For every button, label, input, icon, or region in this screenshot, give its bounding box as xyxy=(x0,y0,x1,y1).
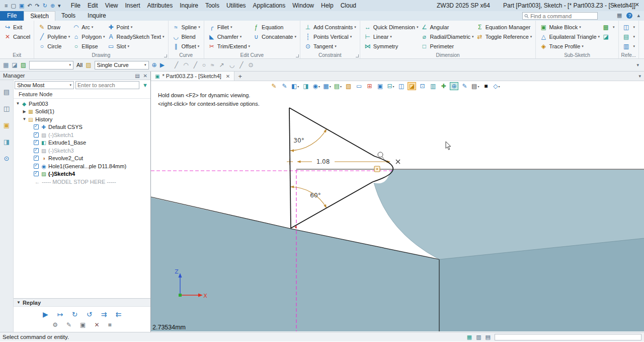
menu-item[interactable]: Applications xyxy=(250,2,289,9)
minimize-button[interactable]: – xyxy=(609,2,620,8)
display-icon[interactable]: ▥ xyxy=(476,334,481,340)
ribbon-button[interactable]: ▥ ▾ xyxy=(621,41,636,51)
redo-icon[interactable]: ↷ xyxy=(35,3,39,9)
tool-button[interactable]: ⚙ xyxy=(52,321,58,328)
views-icon[interactable]: ◫ xyxy=(397,82,406,90)
expander-icon[interactable]: ▼ xyxy=(15,101,21,106)
toolbar-collapse-icon[interactable]: ▾ xyxy=(636,62,641,67)
tree-row[interactable]: ▼ ▤ History xyxy=(14,115,150,123)
fast-forward-button[interactable]: ⇉ xyxy=(99,310,109,319)
ribbon-button[interactable]: ∪ Concatenate ▾ xyxy=(251,32,297,41)
tree-row[interactable]: ▼ ◆ Part003 xyxy=(14,100,150,108)
geometry-filter-icon[interactable]: ╱ xyxy=(239,61,243,69)
menu-item[interactable]: File xyxy=(67,2,84,9)
refresh-icon[interactable]: ↻ xyxy=(43,3,47,9)
dimension-text[interactable]: 30° 60° 1.08 xyxy=(293,137,330,199)
ribbon-button[interactable]: ⊥ Add Constraints ▾ xyxy=(303,22,357,32)
app-menu-icon[interactable]: ≡ xyxy=(5,3,8,9)
play-to-end-button[interactable]: ↦ xyxy=(55,310,65,319)
ribbon-button[interactable]: A ReadySketch Text ▾ xyxy=(106,32,166,41)
ribbon-button[interactable]: ╱ Polyline ▾ xyxy=(37,32,71,41)
ribbon-button[interactable]: △ Equilateral Triangle ▾ xyxy=(538,32,601,41)
ribbon-button[interactable]: ▭ Slot ▾ xyxy=(106,41,166,51)
grid-toggle-icon[interactable]: ▦ xyxy=(3,61,9,69)
ribbon-button[interactable]: ∠ Angular xyxy=(419,22,474,32)
ribbon-tab[interactable]: Inquire xyxy=(82,11,112,21)
menu-item[interactable]: Attributes xyxy=(143,2,176,9)
ribbon-button[interactable]: ▩ ▾ xyxy=(601,22,616,32)
profile-icon[interactable]: ◪ xyxy=(408,82,416,90)
group-launcher-icon[interactable] xyxy=(296,54,299,57)
tree-row[interactable]: ✓ ◧ Extrude1_Base xyxy=(14,139,150,147)
render-mode-icon[interactable]: ◉ ▾ xyxy=(312,82,320,90)
menu-item[interactable]: Tools xyxy=(202,2,223,9)
block-icon[interactable]: ▣ xyxy=(376,82,384,90)
layers-icon[interactable]: ⊟ ▾ xyxy=(386,82,395,90)
ribbon-button[interactable]: ◈ Trace Profile ▾ xyxy=(538,41,601,51)
loop-back-button[interactable]: ↺ xyxy=(85,310,95,319)
new-tab-button[interactable]: + xyxy=(234,72,246,81)
save-icon[interactable]: ▣ xyxy=(19,3,24,9)
geometry-filter-icon[interactable]: ◠ xyxy=(183,61,188,69)
menu-item[interactable]: Edit xyxy=(84,2,102,9)
layer-select[interactable]: ▾ xyxy=(29,61,73,70)
viewport[interactable]: ✎ ✎ ◧ ▾ ◨ ◉ ▾ ▦ xyxy=(151,81,644,332)
ribbon-button[interactable]: ≈ Spline ▾ xyxy=(171,22,201,32)
ribbon-button[interactable]: ⌂ Polygon ▾ xyxy=(71,32,106,41)
panel-view-icon[interactable]: ◨ xyxy=(4,138,10,146)
close-button[interactable]: ✕ xyxy=(631,2,642,8)
tree-row[interactable]: ← ----- MODEL STOP HERE ----- xyxy=(14,178,150,186)
command-search[interactable] xyxy=(522,12,598,20)
layer-color-icon[interactable]: ▨ xyxy=(21,61,26,69)
geometry-filter-icon[interactable]: ◡ xyxy=(229,61,234,69)
copy-button[interactable]: ▣ xyxy=(80,321,86,328)
panel-part-icon[interactable]: ▣ xyxy=(4,121,10,129)
frame-icon[interactable]: ▧ xyxy=(344,82,353,90)
tree-search-input[interactable] xyxy=(77,82,137,88)
replay-header[interactable]: ▼ Replay xyxy=(14,299,150,307)
tree-search[interactable] xyxy=(75,81,139,89)
contrast-icon[interactable]: ■ xyxy=(481,82,490,90)
menu-item[interactable]: Insert xyxy=(121,2,143,9)
menu-item[interactable]: Help xyxy=(317,2,337,9)
list-icon[interactable]: ▤ ▾ xyxy=(471,82,479,90)
ribbon-button[interactable]: ⌀ Radial/Diametric ▾ xyxy=(419,32,474,41)
close-icon[interactable]: ✕ xyxy=(143,73,147,79)
ribbon-button[interactable]: ┆ Points Vertical ▾ xyxy=(303,32,357,41)
pick-filter-icon[interactable]: ⊕ xyxy=(50,3,55,9)
shade-icon[interactable]: ◨ xyxy=(301,82,310,90)
ribbon-button[interactable]: ⊙ Tangent ▾ xyxy=(303,41,357,51)
align-icon[interactable]: ⊡ xyxy=(418,82,427,90)
customize-caret-icon[interactable]: ▾ xyxy=(58,3,61,9)
ribbon-button[interactable]: ▦ ▾ xyxy=(641,22,644,32)
loop-button[interactable]: ↻ xyxy=(70,310,80,319)
checkbox[interactable]: ✓ xyxy=(34,148,39,153)
expander-icon[interactable]: ▼ xyxy=(22,117,27,121)
target-icon[interactable]: ⊞ xyxy=(365,82,374,90)
pick-filter-select[interactable]: Single Curve ▾ xyxy=(95,61,149,70)
tab-file[interactable]: File xyxy=(0,11,24,21)
geometry-filter-icon[interactable]: ╱ xyxy=(194,61,197,69)
document-tab[interactable]: ▣ * Part003.Z3 - [Sketch4] ✕ xyxy=(151,72,234,81)
ribbon-button[interactable]: ◠ Arc ▾ xyxy=(71,22,106,32)
tree-row[interactable]: ✓ ✚ Default CSYS xyxy=(14,123,150,131)
pen-icon[interactable]: ✎ xyxy=(460,82,469,90)
geometry-filter-icon[interactable]: ⊙ xyxy=(248,61,253,69)
ribbon-button[interactable]: Σ Equation Manager xyxy=(475,22,533,32)
tree-row[interactable]: ✓ ◉ Hole1(General...ple D11.84mm) xyxy=(14,162,150,170)
panel-manager-icon[interactable]: ▤ xyxy=(4,88,10,96)
sketch-scene[interactable]: 30° 60° 1.08 Z X xyxy=(151,81,644,332)
checkbox[interactable]: ✓ xyxy=(34,164,39,169)
group-launcher-icon[interactable] xyxy=(164,54,167,57)
add-icon[interactable]: ✚ xyxy=(439,82,448,90)
ribbon-button[interactable]: ◪ xyxy=(601,32,616,41)
folder-icon[interactable]: ▨ xyxy=(86,61,91,69)
help-icon[interactable]: ? xyxy=(626,13,632,19)
ribbon-button[interactable]: ✎ Draw xyxy=(37,22,71,32)
ribbon-button[interactable]: ⊢ Linear ▾ xyxy=(363,32,420,41)
checkbox[interactable]: ✓ xyxy=(34,140,39,145)
panel-find-icon[interactable]: ⊙ xyxy=(4,155,10,162)
grid-icon[interactable]: ▦ ▾ xyxy=(323,82,331,90)
geometry-filter-icon[interactable]: ↗ xyxy=(219,61,224,69)
window-icon[interactable]: ▭ xyxy=(355,82,363,90)
